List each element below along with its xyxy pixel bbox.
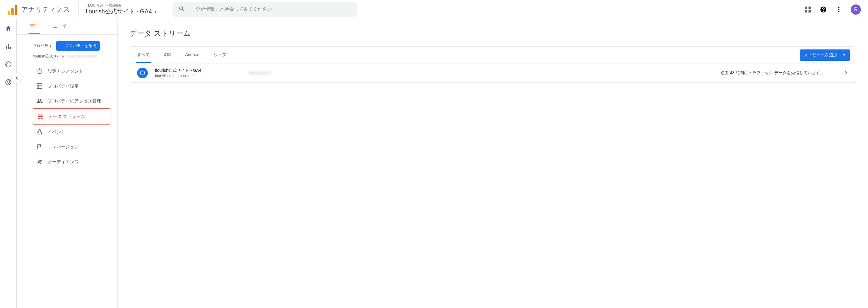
main-content: データ ストリーム すべて iOS Android ウェブ ストリームを追加 ▼ (118, 19, 868, 308)
svg-point-13 (40, 160, 42, 162)
stream-icon (37, 113, 43, 120)
svg-point-5 (7, 81, 9, 83)
admin-tabs: 管理 ユーザー (17, 19, 118, 34)
streams-card: すべて iOS Android ウェブ ストリームを追加 ▼ flourish公… (130, 47, 856, 83)
stream-id: 5651287677 (248, 71, 296, 75)
nav-access-management[interactable]: プロパティのアクセス管理 (33, 93, 111, 108)
web-stream-icon (137, 67, 148, 78)
admin-nav: 設定アシスタント プロパティ設定 プロパティのアクセス管理 (33, 64, 111, 169)
collapse-sidebar-button[interactable] (11, 73, 22, 83)
nav-label: コンバージョン (48, 144, 79, 150)
add-stream-button[interactable]: ストリームを追加 ▼ (800, 50, 850, 61)
add-stream-label: ストリームを追加 (804, 52, 837, 58)
nav-label: データ ストリーム (48, 114, 85, 119)
svg-rect-10 (38, 118, 40, 119)
svg-rect-8 (38, 116, 39, 117)
svg-point-4 (6, 80, 11, 85)
svg-point-0 (838, 7, 839, 8)
rail-explore-icon[interactable] (5, 61, 12, 68)
tab-all[interactable]: すべて (136, 47, 151, 63)
search-icon (179, 6, 185, 13)
avatar[interactable]: R (851, 4, 861, 15)
topbar: アナリティクス FLOURISH > flourish flourish公式サイ… (0, 0, 868, 19)
stream-name: flourish公式サイト - GA4 (155, 68, 241, 73)
chevron-down-icon: ▼ (154, 9, 157, 14)
nav-setup-assistant[interactable]: 設定アシスタント (33, 64, 111, 79)
stream-status: 過去 48 時間にトラフィック データを受信しています。 (720, 70, 824, 76)
analytics-logo-icon (7, 4, 18, 15)
clipboard-icon (36, 68, 43, 75)
stream-url: http://flourish-group.com/ (155, 74, 241, 78)
chevron-right-icon (843, 70, 849, 76)
stream-row[interactable]: flourish公式サイト - GA4 http://flourish-grou… (130, 63, 856, 83)
page-title: データ ストリーム (130, 29, 856, 38)
svg-point-2 (838, 11, 839, 12)
property-identifier[interactable]: flourish公式サイト GA4 (391278209) (33, 54, 111, 59)
rail-home-icon[interactable] (5, 25, 12, 32)
topbar-actions: R (804, 4, 861, 15)
property-section-label: プロパティ (33, 43, 52, 49)
create-property-label: プロパティを作成 (65, 43, 96, 49)
tab-android[interactable]: Android (184, 47, 200, 63)
nav-label: イベント (48, 129, 65, 135)
nav-label: プロパティ設定 (48, 83, 79, 89)
property-selector[interactable]: FLOURISH > flourish flourish公式サイト - GA4 … (78, 2, 164, 17)
nav-conversions[interactable]: コンバージョン (33, 139, 111, 154)
property-name: flourish公式サイト - GA4 (86, 7, 152, 16)
rail-reports-icon[interactable] (5, 43, 12, 50)
apps-grid-icon[interactable] (804, 6, 811, 13)
flag-icon (36, 144, 43, 150)
people-icon (36, 98, 43, 104)
admin-sidebar: 管理 ユーザー プロパティ ＋ プロパティを作成 flourish公式サイト G… (17, 19, 118, 308)
svg-rect-9 (39, 116, 42, 117)
tab-ios[interactable]: iOS (163, 47, 172, 63)
admin-tab-user[interactable]: ユーザー (52, 24, 72, 34)
svg-rect-11 (41, 118, 43, 119)
audience-icon (36, 159, 43, 165)
admin-tab-admin[interactable]: 管理 (29, 24, 40, 34)
nav-label: オーディエンス (48, 159, 79, 165)
create-property-button[interactable]: ＋ プロパティを作成 (56, 41, 100, 51)
svg-point-12 (38, 160, 40, 162)
chevron-down-icon: ▼ (843, 53, 846, 57)
more-vert-icon[interactable] (835, 6, 842, 13)
layout-icon (36, 83, 43, 89)
account-breadcrumb: FLOURISH > flourish (86, 3, 157, 7)
avatar-initial: R (854, 7, 858, 12)
search-box[interactable]: 「分析情報」と検索してみてください (173, 2, 357, 17)
svg-point-1 (838, 9, 839, 10)
nav-events[interactable]: イベント (33, 124, 111, 139)
nav-data-streams[interactable]: データ ストリーム (33, 108, 111, 124)
plus-icon: ＋ (59, 44, 63, 48)
svg-rect-6 (38, 115, 40, 116)
stream-filter-tabs: すべて iOS Android ウェブ (136, 47, 227, 63)
nav-label: 設定アシスタント (48, 68, 83, 74)
nav-label: プロパティのアクセス管理 (48, 98, 101, 104)
touch-icon (36, 129, 43, 135)
help-icon[interactable] (820, 6, 827, 13)
search-placeholder: 「分析情報」と検索してみてください (191, 6, 272, 12)
brand-name: アナリティクス (22, 5, 70, 14)
nav-audiences[interactable]: オーディエンス (33, 154, 111, 169)
svg-rect-7 (40, 115, 42, 116)
nav-property-settings[interactable]: プロパティ設定 (33, 79, 111, 93)
svg-point-3 (6, 62, 11, 67)
left-rail (0, 19, 17, 308)
rail-advertising-icon[interactable] (5, 79, 12, 86)
tab-web[interactable]: ウェブ (213, 47, 227, 63)
